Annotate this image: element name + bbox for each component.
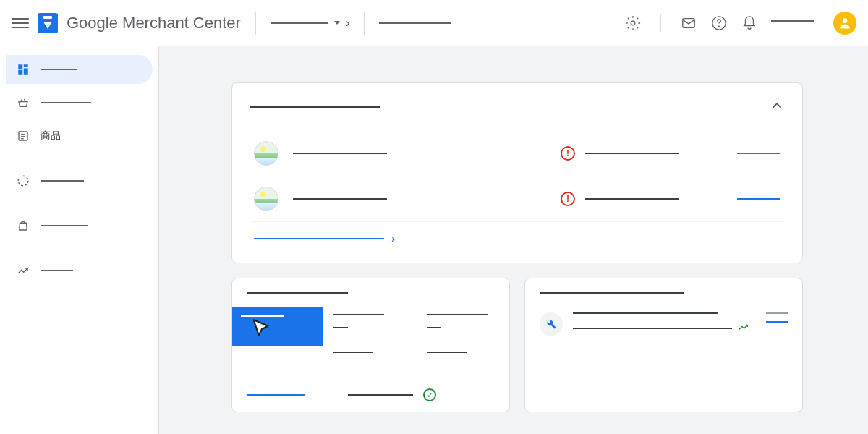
dashboard-icon [16,62,30,77]
insight-meta [766,312,788,314]
sidebar-item-label [41,102,91,103]
check-icon: ✓ [423,388,436,401]
feeds-card: ! ! › [231,82,803,263]
feed-row[interactable]: ! [250,176,785,222]
sidebar-item-label [41,69,77,70]
insight-row[interactable] [525,307,802,350]
sidebar-item-growth[interactable] [6,256,153,285]
settings-icon[interactable] [624,14,642,32]
error-icon: ! [561,146,575,161]
feed-row[interactable]: ! [250,131,785,176]
stat-column [417,346,510,370]
sidebar-item-label [41,225,88,226]
sidebar-item-marketing[interactable] [6,211,153,240]
feed-thumbnail [254,187,278,211]
sidebar-item-orders[interactable] [6,88,153,117]
divider [255,12,256,35]
feed-action-link[interactable] [737,198,780,200]
chevron-down-icon [334,21,340,25]
svg-rect-6 [24,64,28,67]
divider [660,14,661,32]
stat-column [323,346,417,370]
svg-point-4 [843,18,848,23]
chevron-right-icon: › [346,17,349,30]
feed-status [585,153,679,154]
header: Google Merchant Center › [0,0,868,46]
svg-rect-5 [18,64,22,69]
user-name [771,20,814,25]
trend-up-icon [738,321,749,336]
insights-card [524,278,803,412]
sidebar-item-label: 商品 [41,129,61,142]
cursor-icon [250,317,274,341]
feed-name [293,198,387,200]
svg-rect-8 [18,70,22,75]
account-selector[interactable]: › [271,17,349,30]
sidebar-item-label [41,180,84,182]
mail-icon[interactable] [680,14,697,32]
error-icon: ! [561,192,575,206]
notifications-icon[interactable] [741,14,758,32]
wrench-icon [540,312,563,336]
app-title: Google Merchant Center [67,14,241,33]
sidebar: 商品 [0,46,159,434]
card-title [247,292,348,294]
merchant-center-logo [38,13,58,33]
insight-text-line [573,312,718,314]
progress-icon [16,174,30,188]
divider [364,12,365,35]
stats-label [348,394,413,396]
sidebar-item-overview[interactable] [6,55,153,84]
insight-action-link[interactable] [766,321,788,323]
stats-card: ✓ [231,278,510,412]
main-content: ! ! › [159,46,868,434]
sidebar-item-products[interactable]: 商品 [6,122,153,150]
sidebar-item-label [41,270,73,271]
svg-rect-7 [24,69,28,75]
feed-name [293,153,387,154]
feed-action-link[interactable] [737,153,780,154]
collapse-icon[interactable] [769,98,785,116]
shopping-bag-icon [16,218,30,233]
store-name [379,22,451,24]
card-title [250,106,380,109]
trend-icon [16,263,30,278]
stat-highlight[interactable] [232,307,323,346]
menu-icon[interactable] [12,14,29,32]
feed-thumbnail [254,141,278,166]
card-title [540,292,684,294]
help-icon[interactable] [710,14,728,32]
chevron-right-icon: › [391,232,395,245]
stat-column [323,307,417,336]
view-all-feeds-link[interactable]: › [250,222,785,248]
sidebar-item-performance[interactable] [6,166,153,195]
stats-link[interactable] [247,394,305,396]
stat-column [417,307,510,336]
svg-point-0 [631,21,635,25]
user-avatar[interactable] [833,12,856,35]
feed-status [585,198,679,200]
basket-icon [16,95,30,110]
svg-point-3 [719,26,720,27]
insight-text-line [573,328,732,329]
svg-rect-1 [683,18,695,27]
list-icon [16,129,30,143]
